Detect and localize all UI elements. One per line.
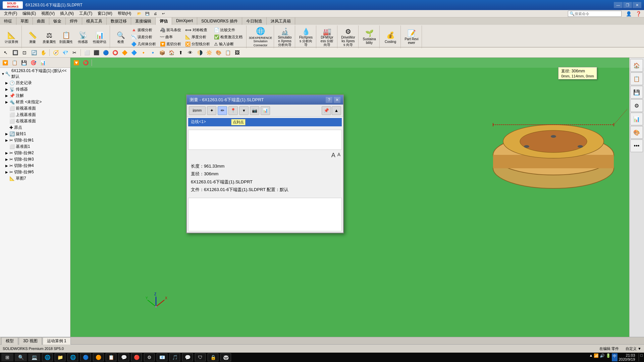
tab-motion[interactable]: 运动算例 1 [43,337,71,345]
taskbar-app5[interactable]: 🔴 [131,353,142,361]
measure-coord-btn[interactable]: 📍 [228,106,238,115]
tab-data-migration[interactable]: 数据迁移 [107,17,131,25]
start-button[interactable]: ⊞ [1,353,13,361]
menu-file[interactable]: 文件(F) [1,10,20,17]
tree-top-plane[interactable]: ⬜ 上视基准面 [0,112,70,118]
tray-lang[interactable]: 中 [612,353,618,361]
tb13[interactable]: 🌗 [195,48,204,57]
btn-undercut[interactable]: 🔽底切分析 [158,41,183,47]
filter-icon[interactable]: 🔽 [1,58,9,67]
search-button[interactable]: 🔍 [15,353,27,361]
tb12[interactable]: 👁 [186,48,195,57]
tree-view-btn[interactable]: 📋 [10,58,19,67]
tb8[interactable]: 🔹 [148,48,157,57]
btn-design-calc[interactable]: 📐 计设算例 [3,28,19,46]
rp-chart[interactable]: 📊 [630,113,643,125]
tree-right-plane[interactable]: ⬜ 右视基准面 [0,118,70,124]
tb17[interactable]: 🖼 [233,48,241,57]
rp-color[interactable]: 🎨 [630,126,643,139]
font-increase-btn[interactable]: A [331,152,335,159]
tb15[interactable]: 🎨 [214,48,223,57]
taskbar-app3[interactable]: 📋 [106,353,116,361]
tray-battery[interactable]: 🔋 [606,353,611,361]
tree-sensor[interactable]: ▶ 📡 传感器 [0,86,70,93]
measure-more-btn[interactable]: ▾ [239,106,249,115]
tb7[interactable]: 🔸 [139,48,148,57]
tb6[interactable]: 🔷 [129,48,138,57]
btn-zebra[interactable]: 🦓斑马条纹 [158,26,183,33]
taskbar-app11[interactable]: 🔒 [208,353,218,361]
quick-access-undo[interactable]: ↩ [160,11,167,17]
tb14[interactable]: 🔆 [205,48,213,57]
taskbar-clock[interactable]: 21:03 2020/9/19 [619,353,638,361]
measure-camera-btn[interactable]: 📷 [250,106,259,115]
tab-dimxpert[interactable]: DimXpert [172,17,197,25]
btn-check[interactable]: 🔍 检查 [113,28,129,46]
tab-weldment[interactable]: 焊件 [66,17,82,25]
tab-model[interactable]: 模型 [1,337,18,345]
vp-options1[interactable]: ⭕ [81,58,90,67]
btn-measure[interactable]: 📏 测量 [24,28,41,46]
selection-tool[interactable]: ↖ [1,48,10,57]
tab-evaluate[interactable]: 评估 [156,17,172,25]
taskbar-app8[interactable]: 🎵 [169,353,180,361]
display-style[interactable]: 💎 [61,48,69,57]
zoom-fit[interactable]: ⊡ [20,48,29,57]
tab-mold-tools[interactable]: 模具工具 [82,17,107,25]
tb2[interactable]: ⬛ [92,48,101,57]
tab-direct-edit[interactable]: 直接编辑 [131,17,156,25]
btn-costing[interactable]: 💰 Costing [382,28,398,46]
search-box[interactable]: 🔍 [568,11,622,17]
tray-icon-up[interactable]: ▲ [589,353,593,361]
btn-simxpress[interactable]: 🔬 Simulation Xpress 分析向导 [277,28,293,46]
measure-graph-btn[interactable]: 📊 [261,106,270,115]
tree-revolve1[interactable]: ▶ 🔄 旋转1 [0,131,70,137]
tab-sketch[interactable]: 草图 [16,17,33,25]
menu-window[interactable]: 窗口(W) [95,10,115,17]
tb11[interactable]: ⬆ [176,48,185,57]
taskbar-app6[interactable]: ⚙ [144,353,155,361]
rp-save[interactable]: 💾 [630,86,643,99]
measure-pin-btn[interactable]: 📌 [322,106,331,115]
font-decrease-btn[interactable]: A [337,152,340,159]
btn-sustainability[interactable]: 🌱 Sustainability [361,28,377,46]
tree-sketch7[interactable]: 📐 草图7 [0,175,70,182]
tree-cut-extrude2[interactable]: ▶ ✂ 切除-拉伸2 [0,150,70,156]
task-view-button[interactable]: 💻 [28,353,40,361]
tb5[interactable]: 🔶 [120,48,129,57]
btn-geo-analysis[interactable]: 🔷几何体分析 [129,41,158,47]
measure-tool1[interactable]: ✦ [207,106,216,115]
btn-dfmxpress[interactable]: 🏭 DFMXpress 分析向导 [319,28,335,46]
btn-perf-eval[interactable]: 📊 性能评估 [92,28,108,46]
rp-list[interactable]: 📋 [630,72,643,85]
tab-sw-plugins[interactable]: SOLIDWORKS 插件 [197,17,242,25]
rotate-view[interactable]: 🔄 [30,48,38,57]
menu-insert[interactable]: 插入(N) [57,10,76,17]
viewport[interactable]: 🔽 ⭕ 直径: 306mm 0mm, 114mm, 0mm [70,58,644,337]
pan-view[interactable]: ✋ [39,48,48,57]
btn-thickness[interactable]: 📐厚度分析 [183,34,212,40]
rp-more[interactable]: ••• [630,139,643,152]
zoom-area[interactable]: 🔲 [11,48,19,57]
taskbar-app2[interactable]: 🟠 [93,353,104,361]
tree-cut-extrude5[interactable]: ▶ ✂ 切除-拉伸5 [0,169,70,175]
menu-view[interactable]: 视图(V) [39,10,57,17]
tray-network[interactable]: 📶 [594,353,599,361]
btn-compare-files[interactable]: 📄比较文件 [212,26,244,33]
btn-mass-props[interactable]: ⚖ 质量属性 [41,28,57,46]
tree-history[interactable]: ▶ 🕐 历史记录 [0,80,70,86]
measure-dialog-help[interactable]: ? [326,97,332,103]
tree-cut-extrude4[interactable]: ▶ ✂ 切除-拉伸4 [0,163,70,169]
rp-settings[interactable]: ⚙ [630,99,643,112]
tree-front-plane[interactable]: ⬜ 前视基准面 [0,105,70,112]
tb1[interactable]: ⬜ [83,48,91,57]
tb3[interactable]: 🔵 [101,48,110,57]
quick-access-save[interactable]: 💾 [144,11,151,17]
tb16[interactable]: 📋 [223,48,232,57]
target-btn[interactable]: 🎯 [29,58,38,67]
minimize-button[interactable]: — [614,2,623,8]
quick-access-open[interactable]: 📂 [136,11,143,17]
btn-check-doc[interactable]: ✅检查激活文档 [212,34,244,40]
btn-input-diag[interactable]: ⚠输入诊断 [212,41,244,47]
section-view[interactable]: ✂ [70,48,79,57]
